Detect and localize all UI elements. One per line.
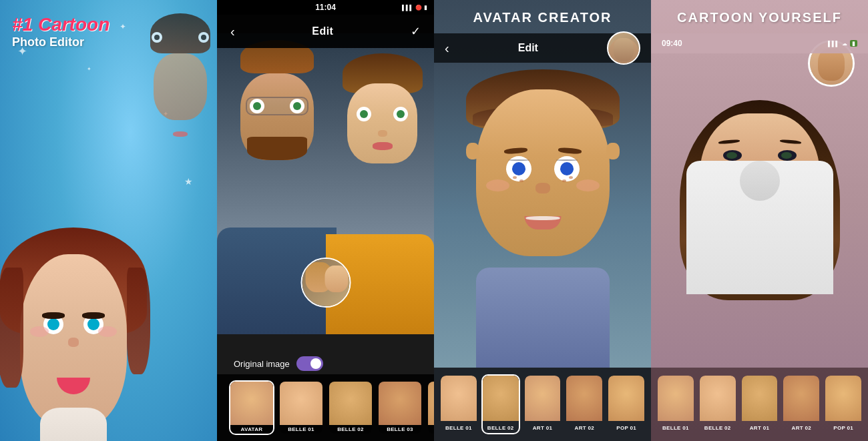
- original-photo-img: [302, 259, 349, 306]
- panel-edit-couple: 11:04 ▌▌▌ 🔴 ▮ ‹ Edit ✓: [217, 0, 434, 441]
- time-display-4: 09:40: [662, 39, 682, 48]
- man-eye-right: [290, 99, 304, 113]
- cartoon-cheek-right: [98, 326, 117, 337]
- woman-nose-couple: [378, 130, 387, 137]
- style-face-belle02-3: [483, 376, 519, 421]
- cartoon-nose: [68, 338, 79, 347]
- panel-cartoon-yourself: CARTOON YOURSELF 09:40 ▌▌▌ ☁ ▮: [651, 0, 868, 441]
- status-bar-4: 09:40 ▌▌▌ ☁ ▮: [651, 33, 868, 53]
- style-label-art02-3: ART 02: [566, 425, 602, 431]
- real-girl-iris-right: [781, 152, 792, 159]
- original-photo-thumbnail: [300, 258, 351, 308]
- cartoon-boy-area: [434, 63, 651, 368]
- cartoon-cheek-left: [30, 326, 49, 337]
- style-thumb-belle02-4[interactable]: BELLE 02: [698, 374, 737, 434]
- style-thumb-art02-4[interactable]: ART 02: [782, 374, 821, 434]
- style-thumb-art01-3[interactable]: ART 01: [523, 374, 562, 434]
- style-face-belle03-2: [379, 382, 421, 425]
- style-strip-3: BELLE 01 BELLE 02 ART 01 ART 02 POP 01: [434, 368, 651, 441]
- style-label-belle02-4: BELLE 02: [700, 425, 736, 431]
- real-eye-r: [198, 32, 209, 43]
- style-strip-4: BELLE 01 BELLE 02 ART 01 ART 02 POP 01: [651, 368, 868, 441]
- real-woman-photo-area: [651, 53, 868, 368]
- style-face-belle02-2: [329, 382, 372, 425]
- edit-title-2: Edit: [312, 25, 333, 37]
- cartoon-skin: [20, 254, 127, 428]
- style-thumb-pop01-3[interactable]: POP 01: [607, 374, 646, 434]
- boy-eyelid-left: [508, 159, 529, 161]
- style-thumb-avatar[interactable]: AVATAR: [229, 380, 274, 435]
- style-face-aura-2: [428, 382, 434, 425]
- boy-ear-left: [466, 143, 479, 159]
- wifi-icon-4: ☁: [842, 41, 847, 47]
- boy-eyelid-right: [556, 159, 578, 161]
- cartoon-hair-right-strand: [127, 268, 150, 374]
- boy-skin: [476, 89, 610, 256]
- user-thumb-img-3: [608, 38, 639, 65]
- style-thumb-art02-3[interactable]: ART 02: [565, 374, 604, 434]
- user-mini-face-4: [818, 49, 845, 81]
- cartoon-eyebrow-left: [42, 312, 65, 319]
- style-thumb-belle01-4[interactable]: BELLE 01: [656, 374, 695, 434]
- style-strip-2: AVATAR BELLE 01 BELLE 02 BELLE 03 AURA: [217, 374, 434, 441]
- style-thumb-pop01-4[interactable]: POP 01: [824, 374, 863, 434]
- original-image-text: Original image: [234, 359, 290, 369]
- cartoon-pupil-left: [47, 318, 59, 330]
- boy-body: [476, 268, 610, 368]
- cartoon-woman-main: [7, 228, 140, 428]
- signal-icon-2: ▌▌▌: [402, 5, 413, 11]
- panel-3-nav-bar: ‹ Edit: [434, 33, 651, 63]
- boy-eyebrow-right: [558, 147, 582, 154]
- real-pupil-l: [154, 35, 160, 40]
- style-thumb-belle01-2[interactable]: BELLE 01: [278, 380, 324, 435]
- back-button-2[interactable]: ‹: [230, 24, 235, 39]
- hashtag-label: #1 Cartoon: [12, 15, 110, 35]
- time-display-2: 11:04: [315, 3, 336, 12]
- panel-1-title-block: #1 Cartoon Photo Editor: [12, 15, 110, 49]
- woman-eye-couple-left: [357, 107, 371, 121]
- toggle-knob: [310, 358, 321, 369]
- style-label-pop01-4: POP 01: [825, 425, 861, 431]
- real-pupil-r: [201, 35, 206, 40]
- style-thumb-belle03-2[interactable]: BELLE 03: [377, 380, 423, 435]
- freckle-3: [569, 176, 573, 179]
- original-image-toggle[interactable]: [296, 356, 323, 371]
- real-girl-body: [686, 161, 833, 294]
- style-face-belle01-3: [441, 376, 477, 421]
- style-thumb-aura-2[interactable]: AURA: [427, 380, 434, 435]
- style-face-belle01-2: [280, 382, 322, 425]
- man-pupil-right: [293, 102, 301, 110]
- man-pupil-left: [253, 102, 261, 110]
- cartoon-pupil-right: [87, 318, 99, 330]
- style-thumb-belle02-3[interactable]: BELLE 02: [481, 374, 520, 434]
- real-girl-eyebrow-left: [718, 139, 739, 145]
- mini-woman: [324, 266, 348, 292]
- style-thumbs-3: BELLE 01 BELLE 02 ART 01 ART 02 POP 01: [439, 374, 646, 434]
- man-beard: [247, 137, 307, 160]
- cartoon-yourself-title: CARTOON YOURSELF: [651, 10, 868, 25]
- cartoon-eyebrow-right: [82, 312, 105, 319]
- edit-title-3: Edit: [518, 42, 538, 54]
- style-thumb-belle02-2[interactable]: BELLE 02: [328, 380, 373, 435]
- boy-cheek-right: [576, 179, 600, 191]
- boy-eye-left: [506, 156, 531, 181]
- back-button-3[interactable]: ‹: [445, 41, 449, 56]
- nav-bar-2: ‹ Edit ✓: [217, 15, 434, 48]
- style-face-art01-4: [742, 376, 778, 421]
- style-thumb-art01-4[interactable]: ART 01: [740, 374, 779, 434]
- style-face-belle01-4: [658, 376, 694, 421]
- battery-icon-2: ▮: [424, 4, 427, 11]
- style-label-art01-4: ART 01: [742, 425, 778, 431]
- real-woman-behind: [144, 13, 217, 147]
- status-icons-4: ▌▌▌ ☁ ▮: [828, 40, 857, 47]
- woman-pupil-couple-left: [360, 110, 368, 118]
- subtitle-label: Photo Editor: [12, 35, 110, 49]
- battery-icon-4: ▮: [850, 40, 857, 47]
- woman-mouth-couple: [373, 142, 393, 150]
- style-thumb-belle01-3[interactable]: BELLE 01: [439, 374, 478, 434]
- man-eye-left: [250, 99, 264, 113]
- check-button-2[interactable]: ✓: [411, 24, 421, 39]
- boy-cheek-left: [486, 179, 509, 191]
- original-image-toggle-row: Original image: [234, 356, 323, 371]
- style-label-belle01-2: BELLE 01: [280, 425, 322, 434]
